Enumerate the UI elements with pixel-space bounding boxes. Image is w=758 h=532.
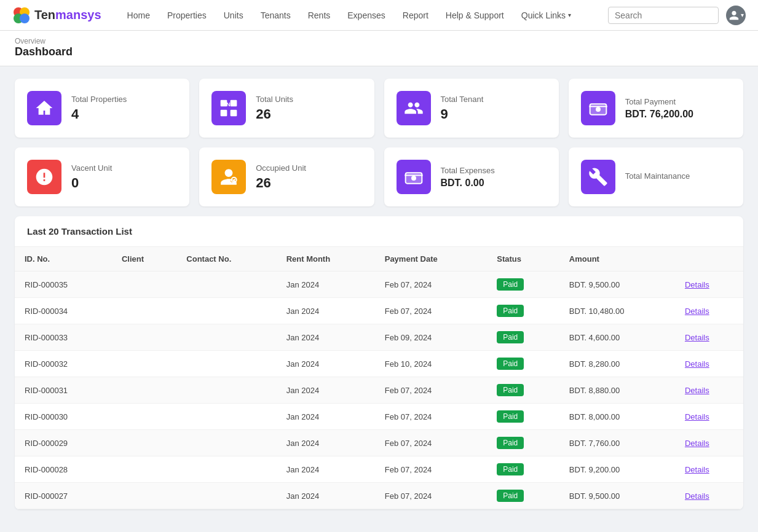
- cell-details[interactable]: Details: [675, 324, 743, 351]
- cell-details[interactable]: Details: [675, 483, 743, 509]
- stat-value-vacant-unit: 0: [71, 175, 112, 191]
- nav-tenants[interactable]: Tenants: [253, 7, 298, 24]
- details-link[interactable]: Details: [685, 280, 709, 289]
- user-avatar[interactable]: ▾: [726, 6, 746, 25]
- details-link[interactable]: Details: [685, 412, 709, 421]
- occupied-unit-icon: [211, 160, 246, 194]
- col-rent-month: Rent Month: [277, 247, 375, 272]
- col-id: ID. No.: [15, 247, 112, 272]
- cell-amount: BDT. 9,500.00: [559, 483, 675, 509]
- stat-card-total-properties: Total Properties 4: [15, 79, 189, 138]
- nav-home[interactable]: Home: [120, 7, 157, 24]
- stat-label-total-maintenance: Total Maintanance: [625, 171, 690, 181]
- col-payment-date: Payment Date: [375, 247, 488, 272]
- cell-payment-date: Feb 10, 2024: [375, 351, 488, 377]
- cell-rent-month: Jan 2024: [277, 456, 375, 483]
- svg-text:UN: UN: [223, 101, 231, 108]
- cell-contact: [176, 298, 276, 324]
- nav-rents[interactable]: Rents: [301, 7, 338, 24]
- stat-label-total-tenant: Total Tenant: [441, 95, 484, 104]
- cell-rent-month: Jan 2024: [277, 324, 375, 351]
- cell-payment-date: Feb 07, 2024: [375, 430, 488, 456]
- cell-details[interactable]: Details: [675, 377, 743, 404]
- quick-links-dropdown-icon: ▾: [568, 12, 571, 18]
- stat-info-total-properties: Total Properties 4: [71, 95, 127, 122]
- occupied-icon: [219, 167, 239, 187]
- cell-payment-date: Feb 09, 2024: [375, 324, 488, 351]
- stat-card-occupied-unit: Occupied Unit 26: [199, 147, 374, 206]
- total-expenses-icon: [397, 160, 431, 194]
- brand-name: Tenmansys: [34, 8, 101, 22]
- svg-rect-5: [231, 100, 237, 107]
- nav-expenses[interactable]: Expenses: [340, 7, 392, 24]
- cell-details[interactable]: Details: [675, 404, 743, 430]
- cell-status: Paid: [487, 351, 559, 377]
- cell-details[interactable]: Details: [675, 456, 743, 483]
- cell-contact: [176, 483, 276, 509]
- details-link[interactable]: Details: [685, 439, 709, 448]
- cell-contact: [176, 377, 276, 404]
- tenant-icon: [404, 98, 424, 118]
- stat-label-total-properties: Total Properties: [71, 95, 127, 104]
- details-link[interactable]: Details: [685, 307, 709, 316]
- nav-report[interactable]: Report: [395, 7, 436, 24]
- cell-details[interactable]: Details: [675, 351, 743, 377]
- table-row: RID-000029 Jan 2024 Feb 07, 2024 Paid BD…: [15, 430, 743, 456]
- cell-payment-date: Feb 07, 2024: [375, 377, 488, 404]
- cell-details[interactable]: Details: [675, 272, 743, 298]
- stat-value-total-units: 26: [256, 106, 293, 122]
- svg-point-11: [596, 107, 601, 112]
- details-link[interactable]: Details: [685, 359, 709, 369]
- cell-rent-month: Jan 2024: [277, 404, 375, 430]
- cell-payment-date: Feb 07, 2024: [375, 404, 488, 430]
- details-link[interactable]: Details: [685, 333, 709, 342]
- table-row: RID-000030 Jan 2024 Feb 07, 2024 Paid BD…: [15, 404, 743, 430]
- details-link[interactable]: Details: [685, 491, 709, 501]
- cell-client: [112, 430, 176, 456]
- cell-contact: [176, 324, 276, 351]
- cell-contact: [176, 430, 276, 456]
- col-contact: Contact No.: [176, 247, 276, 272]
- cell-status: Paid: [487, 404, 559, 430]
- nav-units[interactable]: Units: [216, 7, 251, 24]
- brand-logo-link[interactable]: Tenmansys: [12, 6, 101, 25]
- cell-status: Paid: [487, 298, 559, 324]
- stat-info-total-units: Total Units 26: [256, 95, 293, 122]
- cell-details[interactable]: Details: [675, 298, 743, 324]
- nav-help-support[interactable]: Help & Support: [438, 7, 511, 24]
- cell-details[interactable]: Details: [675, 430, 743, 456]
- cell-status: Paid: [487, 324, 559, 351]
- total-properties-icon: [27, 91, 61, 125]
- cell-amount: BDT. 7,760.00: [559, 430, 675, 456]
- stat-info-total-payment: Total Payment BDT. 76,200.00: [625, 97, 693, 120]
- details-link[interactable]: Details: [685, 465, 709, 474]
- table-row: RID-000031 Jan 2024 Feb 07, 2024 Paid BD…: [15, 377, 743, 404]
- cell-amount: BDT. 9,200.00: [559, 456, 675, 483]
- nav-properties[interactable]: Properties: [160, 7, 214, 24]
- cell-contact: [176, 456, 276, 483]
- cell-rent-month: Jan 2024: [277, 377, 375, 404]
- details-link[interactable]: Details: [685, 386, 709, 395]
- stat-card-total-units: UN Total Units 26: [199, 79, 374, 138]
- status-badge: Paid: [497, 278, 524, 291]
- stat-info-total-expenses: Total Expenses BDT. 0.00: [441, 166, 495, 189]
- stat-info-vacant-unit: Vacent Unit 0: [71, 163, 112, 191]
- cell-id: RID-000028: [15, 456, 112, 483]
- col-amount: Amount: [559, 247, 675, 272]
- transaction-title: Last 20 Transaction List: [15, 216, 743, 247]
- vacant-unit-icon: [27, 160, 61, 194]
- total-units-icon: UN: [211, 91, 246, 125]
- stat-value-total-properties: 4: [71, 106, 127, 122]
- search-input[interactable]: [608, 7, 719, 24]
- nav-quick-links[interactable]: Quick Links ▾: [514, 7, 578, 24]
- cell-id: RID-000033: [15, 324, 112, 351]
- cell-client: [112, 483, 176, 509]
- table-row: RID-000033 Jan 2024 Feb 09, 2024 Paid BD…: [15, 324, 743, 351]
- stats-grid-row1: Total Properties 4 UN Total Units 26: [15, 79, 743, 138]
- page-title: Dashboard: [15, 45, 743, 58]
- cell-rent-month: Jan 2024: [277, 483, 375, 509]
- cell-contact: [176, 351, 276, 377]
- cell-amount: BDT. 10,480.00: [559, 298, 675, 324]
- stat-label-total-expenses: Total Expenses: [441, 166, 495, 175]
- stat-card-total-expenses: Total Expenses BDT. 0.00: [384, 147, 559, 206]
